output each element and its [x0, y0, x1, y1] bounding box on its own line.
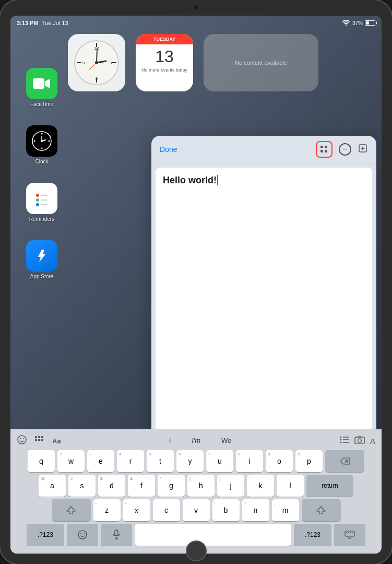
autocomplete-bar: l I'm We: [169, 436, 231, 446]
key-g[interactable]: *g: [158, 475, 185, 497]
facetime-app[interactable]: FaceTime: [26, 68, 57, 107]
svg-rect-46: [35, 439, 37, 441]
key-s[interactable]: #s: [68, 475, 96, 497]
svg-point-25: [36, 198, 39, 202]
key-d[interactable]: $d: [98, 475, 125, 497]
grid-keyboard-icon[interactable]: [34, 436, 45, 446]
key-t[interactable]: 5t: [147, 450, 174, 472]
clock-app[interactable]: Clock: [26, 125, 57, 164]
camera-icon[interactable]: [354, 436, 365, 446]
key-o[interactable]: 9o: [266, 450, 293, 472]
svg-point-17: [41, 148, 43, 149]
key-a[interactable]: @a: [39, 475, 66, 497]
numbers-key-left[interactable]: .?123: [27, 524, 64, 546]
svg-rect-43: [35, 436, 37, 438]
svg-point-56: [358, 439, 361, 442]
svg-rect-48: [41, 439, 43, 441]
notes-done-button[interactable]: Done: [160, 145, 177, 154]
svg-point-61: [84, 533, 85, 534]
key-i[interactable]: 8i: [236, 450, 263, 472]
key-p[interactable]: 0p: [295, 450, 323, 472]
key-y[interactable]: 6y: [176, 450, 204, 472]
home-button[interactable]: [186, 540, 207, 561]
reminders-label: Reminders: [29, 216, 54, 222]
emoji-keyboard-icon[interactable]: [17, 434, 27, 447]
calendar-event: No more events today: [136, 67, 193, 73]
key-v[interactable]: ;v: [183, 499, 210, 521]
keyboard-toolbar: Aa l I'm We A: [13, 432, 379, 450]
compose-button[interactable]: [358, 143, 368, 156]
autocomplete-2[interactable]: I'm: [192, 437, 200, 444]
format-list-icon[interactable]: [340, 436, 349, 445]
key-z[interactable]: -z: [93, 499, 121, 521]
app-store-app[interactable]: App Store: [26, 240, 57, 279]
svg-rect-23: [32, 189, 52, 208]
autocomplete-3[interactable]: We: [221, 437, 231, 444]
more-options-button[interactable]: ···: [339, 143, 351, 156]
keyboard: Aa l I'm We A: [10, 429, 382, 554]
key-h[interactable]: (h: [187, 475, 215, 497]
svg-point-42: [23, 438, 24, 439]
reminders-app[interactable]: Reminders: [26, 183, 57, 222]
svg-point-53: [340, 439, 341, 441]
grid-icon: [320, 146, 328, 153]
svg-rect-55: [355, 437, 364, 444]
key-c[interactable]: :c: [153, 499, 180, 521]
svg-rect-45: [41, 436, 43, 438]
key-f[interactable]: &f: [128, 475, 155, 497]
keyboard-row-1: 1q 2w 3e 4r 5t 6y 7u 8i 9o 0p: [13, 450, 379, 472]
key-w[interactable]: 2w: [57, 450, 85, 472]
keyboard-toolbar-right: A: [340, 436, 375, 446]
clock-label: Clock: [35, 159, 48, 164]
status-bar: 3:13 PM Tue Jul 13 37%: [10, 16, 382, 30]
key-x[interactable]: /x: [123, 499, 150, 521]
keyboard-dismiss-key[interactable]: [334, 524, 365, 546]
ipad-frame: 3:13 PM Tue Jul 13 37%: [0, 0, 392, 564]
svg-point-13: [95, 61, 98, 64]
svg-point-19: [49, 140, 50, 142]
key-j[interactable]: )j: [217, 475, 244, 497]
grid-view-button[interactable]: [316, 141, 332, 158]
key-m[interactable]: ,m: [272, 499, 299, 521]
svg-rect-14: [33, 78, 44, 89]
battery-percent: 37%: [352, 20, 363, 26]
svg-text:6: 6: [96, 76, 98, 81]
siri-keyboard-icon[interactable]: A: [370, 437, 375, 445]
clock-widget: 12 3 6 9: [68, 34, 125, 91]
key-q[interactable]: 1q: [28, 450, 55, 472]
svg-point-26: [36, 203, 39, 206]
notes-toolbar-right: ···: [316, 141, 368, 158]
return-key[interactable]: return: [306, 475, 353, 497]
svg-text:3: 3: [110, 61, 112, 65]
svg-rect-65: [345, 531, 354, 536]
text-format-icon[interactable]: Aa: [52, 437, 61, 445]
key-k[interactable]: 'k: [247, 475, 274, 497]
key-u[interactable]: 7u: [206, 450, 233, 472]
svg-rect-44: [38, 436, 40, 438]
notes-text: Hello world!: [163, 175, 218, 185]
notes-toolbar: Done ···: [151, 136, 376, 163]
key-r[interactable]: 4r: [117, 450, 144, 472]
front-camera: [194, 5, 198, 9]
shift-key-left[interactable]: [52, 499, 91, 521]
backspace-key[interactable]: [325, 450, 364, 472]
status-icons: 37%: [342, 19, 375, 27]
numbers-key-right[interactable]: .?123: [294, 524, 331, 546]
calendar-date: 13: [136, 44, 193, 67]
keyboard-row-2: @a #s $d &f *g (h )j 'k "l return: [13, 475, 379, 497]
key-n[interactable]: ?n: [242, 499, 269, 521]
key-e[interactable]: 3e: [87, 450, 114, 472]
shift-key-right[interactable]: [302, 499, 341, 521]
microphone-key[interactable]: [101, 524, 132, 546]
keyboard-toolbar-left: Aa: [17, 434, 61, 447]
key-b[interactable]: !b: [212, 499, 240, 521]
space-key[interactable]: [135, 524, 291, 546]
svg-point-18: [34, 140, 35, 142]
ipad-screen: 3:13 PM Tue Jul 13 37%: [10, 16, 382, 554]
svg-point-40: [18, 436, 26, 444]
svg-point-54: [340, 442, 341, 443]
emoji-key[interactable]: [67, 524, 98, 546]
svg-point-52: [340, 437, 341, 438]
key-l[interactable]: "l: [277, 475, 304, 497]
autocomplete-1[interactable]: l: [169, 437, 171, 444]
